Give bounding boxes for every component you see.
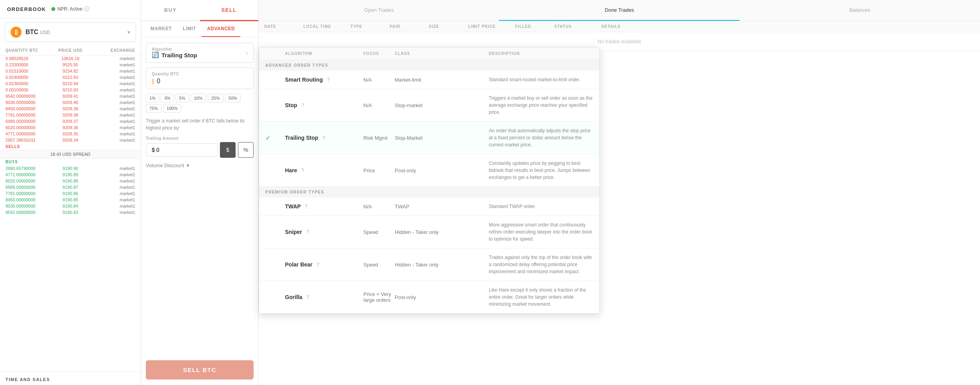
algo-desc-polar-bear: Trades against only the top of the order… — [489, 254, 593, 275]
volume-discount-chevron-icon: ▾ — [187, 162, 189, 168]
col-details: DETAILS — [601, 24, 641, 29]
trailing-amount-section: Trailing Amount $ 0 $ % — [146, 136, 254, 158]
algo-row-trailing-stop[interactable]: ✓ Trailing Stop ? Risk Mgmt Stop-Market … — [259, 122, 599, 154]
orderbook-sells: 0.0852852910616.19market1 0.233000009525… — [0, 55, 141, 371]
trailing-dollar-toggle[interactable]: $ — [220, 142, 236, 158]
algo-name-smart-routing: Smart Routing ? — [285, 77, 363, 83]
pct-5[interactable]: 5% — [176, 94, 189, 102]
table-row: 0.024000009222.93market1 — [0, 74, 141, 80]
table-row: 6989.000000009190.87market1 — [0, 184, 141, 190]
algo-name-polar-bear: Polar Bear ? — [285, 261, 363, 268]
algo-class-gorilla: Post-only — [395, 294, 442, 300]
algo-col-description: DESCRIPTION — [489, 51, 593, 56]
col-limit-price: LIMIT PRICE — [468, 24, 515, 29]
col-date: DATE — [264, 24, 303, 29]
volume-discount[interactable]: Volume Discount ▾ — [146, 162, 254, 168]
algo-section-advanced: ADVANCED ORDER TYPES — [259, 60, 599, 71]
pct-100[interactable]: 100% — [163, 104, 181, 113]
pct-1[interactable]: 1% — [146, 94, 159, 102]
pct-3[interactable]: 3% — [161, 94, 174, 102]
pct-25[interactable]: 25% — [208, 94, 223, 102]
algo-focus-stop: N/A — [363, 102, 395, 108]
help-icon[interactable]: ? — [322, 135, 326, 141]
orderbook-title: ORDERBOOK — [7, 6, 46, 12]
algo-row-sniper[interactable]: Sniper ? Speed Hidden - Taker only More … — [259, 216, 599, 248]
trailing-pct-toggle[interactable]: % — [238, 142, 254, 158]
algo-row-stop[interactable]: Stop ? N/A Stop-market Triggers a market… — [259, 89, 599, 122]
trailing-amount-value[interactable]: $ 0 — [152, 147, 159, 153]
algo-desc-trailing-stop: An order that automatically adjusts the … — [489, 127, 593, 148]
algorithm-name: 🔄 Trailing Stop — [152, 51, 243, 58]
sell-button[interactable]: SELL BTC — [146, 360, 254, 380]
btc-field-icon: ₿ — [152, 78, 154, 84]
algo-focus-trailing-stop: Risk Mgmt — [363, 135, 395, 141]
table-row: 2880.657900009190.90market1 — [0, 165, 141, 172]
time-sales-header: TIME AND SALES — [0, 371, 141, 385]
tab-sell[interactable]: SELL — [200, 0, 259, 21]
table-row: 4771.000000009190.89market1 — [0, 172, 141, 178]
algo-selector[interactable]: Algorithm 🔄 Trailing Stop › — [146, 43, 254, 63]
algo-desc-hare: Constantly updates price by pegging to b… — [489, 160, 593, 181]
table-row: 8450.000000009209.39market1 — [0, 106, 141, 112]
tab-advanced[interactable]: ADVANCED — [201, 21, 240, 37]
buy-sell-tabs: BUY SELL — [141, 0, 258, 21]
help-icon[interactable]: ? — [306, 294, 310, 300]
npr-dot — [51, 7, 55, 11]
table-row: 4771.000000009209.35market1 — [0, 131, 141, 137]
algo-row-twap[interactable]: TWAP ? N/A TWAP Standard TWAP order. — [259, 197, 599, 216]
quantity-field[interactable]: Quantity BTC ₿ 0 — [146, 68, 254, 89]
algo-name-sniper: Sniper ? — [285, 229, 363, 235]
currency-selector[interactable]: ₿ BTC USD ▾ — [5, 22, 136, 42]
quantity-value[interactable]: 0 — [157, 78, 160, 85]
col-filled: FILLED — [515, 24, 554, 29]
currency-label: BTC USD — [25, 29, 123, 36]
spread-row: 18.43 USD SPREAD — [0, 150, 141, 159]
table-row: 9030.000000009209.40market1 — [0, 99, 141, 106]
btc-icon: ₿ — [11, 27, 22, 38]
algo-class-stop: Stop-market — [395, 102, 442, 108]
table-row: 7781.000000009209.38market1 — [0, 112, 141, 118]
help-icon[interactable]: ? — [301, 167, 305, 173]
help-icon[interactable]: ? — [327, 77, 330, 83]
tab-done-trades[interactable]: Done Trades — [499, 0, 739, 21]
help-icon[interactable]: ? — [306, 229, 309, 235]
tab-balances[interactable]: Balances — [740, 0, 980, 21]
table-row: 0.015100009234.82market1 — [0, 68, 141, 74]
npr-badge: NPR: Active ⓘ — [51, 5, 89, 13]
algo-row-polar-bear[interactable]: Polar Bear ? Speed Hidden - Taker only T… — [259, 248, 599, 281]
algo-name-hare: Hare ? — [285, 167, 363, 173]
tab-buy[interactable]: BUY — [141, 0, 200, 21]
tab-open-trades[interactable]: Open Trades — [259, 0, 499, 21]
col-local-time: LOCAL TIME — [303, 24, 350, 29]
algo-row-gorilla[interactable]: Gorilla ? Price + Very large orders Post… — [259, 281, 599, 314]
algo-col-focus: FOCUS — [363, 51, 395, 56]
tab-market[interactable]: MARKET — [145, 21, 177, 37]
help-icon[interactable]: ? — [305, 203, 308, 210]
trade-panel: BUY SELL MARKET LIMIT ADVANCED Algorithm… — [141, 0, 259, 385]
algo-name-trailing-stop: Trailing Stop ? — [285, 135, 363, 141]
help-icon[interactable]: ? — [316, 261, 320, 268]
tab-limit[interactable]: LIMIT — [177, 21, 201, 37]
trades-panel: Open Trades Done Trades Balances DATE LO… — [259, 0, 980, 385]
algo-row-smart-routing[interactable]: Smart Routing ? N/A Market-limit Standar… — [259, 71, 599, 89]
table-row: 8450.000000009190.85market1 — [0, 197, 141, 203]
pct-10[interactable]: 10% — [191, 94, 206, 102]
algo-focus-twap: N/A — [363, 204, 395, 210]
algo-row-hare[interactable]: Hare ? Price Post-only Constantly update… — [259, 154, 599, 187]
trailing-amount-label: Trailing Amount — [146, 136, 254, 140]
help-icon[interactable]: ? — [301, 102, 305, 108]
algo-class-trailing-stop: Stop-Market — [395, 135, 442, 141]
table-row: 0.0852852910616.19market1 — [0, 55, 141, 62]
buys-label: BUYS — [0, 159, 141, 165]
pct-50[interactable]: 50% — [225, 94, 241, 102]
trade-form-body: Algorithm 🔄 Trailing Stop › Quantity BTC… — [141, 37, 258, 385]
info-icon[interactable]: ⓘ — [84, 5, 89, 13]
orderbook-header: ORDERBOOK NPR: Active ⓘ — [0, 0, 141, 18]
trailing-amount-field[interactable]: $ 0 — [146, 143, 218, 157]
algo-desc-sniper: More aggressive smart order that continu… — [489, 221, 593, 243]
pct-75[interactable]: 75% — [146, 104, 162, 113]
algo-col-class: CLASS — [395, 51, 442, 56]
table-row: 9542.000000009190.83market1 — [0, 209, 141, 215]
col-status: STATUS — [554, 24, 601, 29]
algo-dropdown: ALGORITHM FOCUS CLASS DESCRIPTION ADVANC… — [259, 47, 600, 314]
